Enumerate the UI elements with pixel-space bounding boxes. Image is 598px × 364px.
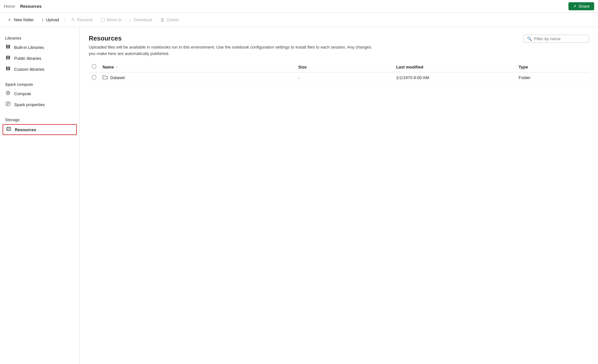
row-name: Dataset [110, 75, 125, 80]
new-folder-icon: ＋ [7, 17, 12, 23]
row-last-modified: 1/1/1970 8:00 AM [393, 72, 515, 83]
sidebar-item-custom-libraries[interactable]: Custom libraries [0, 64, 79, 75]
svg-point-10 [7, 92, 9, 94]
move-to-icon: ☐ [101, 17, 105, 23]
spacer-2 [0, 110, 79, 115]
col-header-type[interactable]: Type [515, 62, 589, 72]
sidebar: Libraries Built-in Libraries Public libr… [0, 27, 80, 364]
sidebar-item-compute[interactable]: Compute [0, 88, 79, 99]
rename-button[interactable]: ✎ Rename [68, 15, 96, 24]
spark-section-label: Spark compute [0, 80, 79, 88]
row-size: - [295, 72, 393, 83]
row-checkbox-cell [89, 72, 99, 83]
sidebar-item-public-libraries[interactable]: Public libraries [0, 53, 79, 64]
file-table: Name ↑ Size Last modified Type [89, 62, 589, 83]
row-file-type: Folder [515, 72, 589, 83]
spacer-1 [0, 75, 79, 80]
public-libraries-icon [5, 55, 11, 61]
svg-rect-1 [8, 45, 9, 49]
built-in-libraries-label: Built-in Libraries [14, 45, 44, 50]
row-checkbox[interactable] [92, 75, 96, 79]
col-header-modified[interactable]: Last modified [393, 62, 515, 72]
compute-label: Compute [14, 91, 31, 96]
svg-rect-4 [8, 56, 9, 59]
public-libraries-label: Public libraries [14, 56, 41, 61]
download-button[interactable]: ↓ Download [126, 15, 155, 24]
col-header-name[interactable]: Name ↑ [99, 62, 295, 72]
built-in-libraries-icon [5, 44, 11, 50]
sidebar-item-built-in-libraries[interactable]: Built-in Libraries [0, 42, 79, 53]
svg-rect-6 [6, 67, 7, 70]
svg-rect-3 [6, 56, 7, 59]
col-header-size[interactable]: Size [295, 62, 393, 72]
svg-rect-19 [7, 127, 11, 131]
top-nav: Home Resources ↗ Share [0, 0, 598, 13]
table-header-row: Name ↑ Size Last modified Type [89, 62, 589, 72]
sort-arrow-icon: ↑ [116, 66, 118, 69]
toolbar: ＋ New folder ↑ Upload ✎ Rename ☐ Move to… [0, 13, 598, 27]
nav-breadcrumb: Home Resources [4, 4, 41, 9]
svg-rect-22 [9, 129, 10, 130]
filter-search-icon: 🔍 [527, 36, 532, 41]
spark-properties-icon [5, 101, 11, 108]
svg-rect-0 [6, 45, 7, 49]
content-header: Resources Uploaded files will be availab… [89, 35, 589, 57]
share-button[interactable]: ↗ Share [568, 2, 594, 10]
upload-button[interactable]: ↑ Upload [38, 15, 62, 24]
share-icon: ↗ [573, 4, 576, 9]
svg-rect-2 [9, 45, 10, 49]
svg-rect-21 [9, 129, 10, 129]
libraries-section-label: Libraries [0, 33, 79, 42]
header-checkbox-col [89, 62, 99, 72]
content-description: Uploaded files will be available in note… [89, 44, 378, 57]
resources-icon [6, 126, 12, 133]
spark-properties-label: Spark properties [14, 102, 45, 107]
content-title-section: Resources Uploaded files will be availab… [89, 35, 378, 57]
custom-libraries-label: Custom libraries [14, 67, 44, 72]
svg-rect-5 [9, 56, 10, 59]
sidebar-item-spark-properties[interactable]: Spark properties [0, 99, 79, 110]
resources-label: Resources [15, 127, 36, 132]
filter-input[interactable] [534, 36, 585, 41]
folder-icon [103, 75, 108, 80]
custom-libraries-icon [5, 66, 11, 72]
svg-rect-23 [7, 129, 8, 130]
rename-icon: ✎ [71, 17, 75, 23]
page-title: Resources [89, 35, 378, 42]
svg-point-20 [7, 128, 8, 129]
delete-icon: 🗑 [160, 17, 165, 23]
upload-icon: ↑ [41, 17, 44, 23]
delete-button[interactable]: 🗑 Delete [157, 15, 182, 24]
storage-section-label: Storage [0, 115, 79, 123]
table-row: Dataset - 1/1/1970 8:00 AM Folder [89, 72, 589, 83]
nav-home[interactable]: Home [4, 4, 15, 9]
new-folder-button[interactable]: ＋ New folder [4, 15, 37, 24]
nav-resources[interactable]: Resources [20, 4, 41, 9]
header-checkbox[interactable] [92, 64, 96, 68]
toolbar-divider-1 [65, 17, 65, 23]
filter-input-wrapper: 🔍 [523, 35, 589, 43]
main-layout: Libraries Built-in Libraries Public libr… [0, 27, 598, 364]
compute-icon [5, 90, 11, 97]
svg-rect-8 [9, 67, 10, 70]
download-icon: ↓ [129, 17, 132, 23]
move-to-button[interactable]: ☐ Move to [97, 15, 125, 24]
svg-rect-7 [8, 67, 9, 70]
sidebar-item-resources[interactable]: Resources [3, 124, 77, 135]
content-area: Resources Uploaded files will be availab… [80, 27, 598, 364]
row-name-cell[interactable]: Dataset [99, 72, 295, 83]
